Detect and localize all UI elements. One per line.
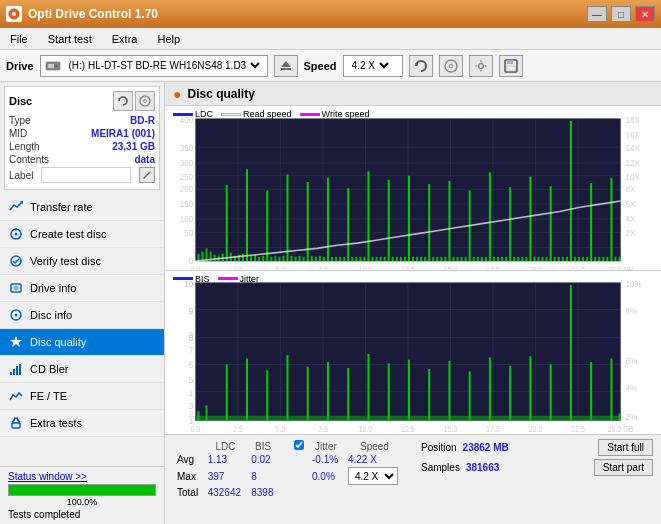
svg-rect-82 — [286, 175, 288, 261]
speed-dropdown[interactable]: 4.2 X — [348, 59, 392, 72]
svg-rect-134 — [497, 257, 499, 261]
svg-rect-124 — [457, 257, 459, 261]
svg-rect-96 — [343, 257, 345, 261]
speed-select[interactable]: 4.2 X — [348, 467, 398, 485]
stats-right: Position 23862 MB Start full Samples 381… — [413, 435, 661, 524]
right-panel: ● Disc quality LDC Read speed — [165, 82, 661, 524]
ldc-legend: LDC — [173, 109, 213, 119]
read-label: Read speed — [243, 109, 292, 119]
transfer-rate-icon — [8, 199, 24, 215]
svg-rect-83 — [291, 256, 293, 261]
progress-fill — [9, 485, 155, 495]
nav-extra-tests[interactable]: Extra tests — [0, 410, 164, 437]
drive-dropdown[interactable]: (H:) HL-DT-ST BD-RE WH16NS48 1.D3 — [65, 59, 263, 72]
svg-rect-107 — [388, 180, 390, 261]
svg-rect-229 — [550, 364, 552, 420]
svg-rect-136 — [505, 257, 507, 261]
speed-value: 4.22 X — [344, 453, 405, 466]
bis-legend: BIS — [173, 274, 210, 284]
disc-info-btn[interactable] — [135, 91, 155, 111]
jitter-checkbox[interactable] — [294, 440, 304, 450]
refresh-btn[interactable] — [409, 55, 433, 77]
speed-select-container[interactable]: 4.2 X — [343, 55, 403, 77]
titlebar: Opti Drive Control 1.70 — □ ✕ — [0, 0, 661, 28]
svg-text:18X: 18X — [626, 116, 641, 125]
svg-rect-142 — [529, 177, 531, 261]
svg-rect-129 — [477, 257, 479, 261]
close-btn[interactable]: ✕ — [635, 6, 655, 22]
svg-point-30 — [15, 314, 18, 317]
total-label: Total — [173, 486, 204, 499]
settings-btn[interactable] — [469, 55, 493, 77]
svg-rect-146 — [546, 257, 548, 261]
svg-rect-116 — [424, 257, 426, 261]
svg-rect-139 — [517, 257, 519, 261]
status-text: Tests completed — [8, 509, 156, 520]
svg-rect-90 — [319, 256, 321, 261]
nav-create-test-disc[interactable]: Create test disc — [0, 221, 164, 248]
nav-disc-quality[interactable]: Disc quality — [0, 329, 164, 356]
svg-rect-33 — [13, 369, 15, 375]
menu-file[interactable]: File — [4, 31, 34, 47]
menu-start-test[interactable]: Start test — [42, 31, 98, 47]
position-value: 23862 MB — [463, 442, 509, 453]
nav-drive-info[interactable]: Drive info — [0, 275, 164, 302]
svg-text:12X: 12X — [626, 159, 641, 168]
nav-transfer-rate[interactable]: Transfer rate — [0, 194, 164, 221]
svg-rect-224 — [448, 360, 450, 420]
save-btn[interactable] — [499, 55, 523, 77]
nav-fe-te[interactable]: FE / TE — [0, 383, 164, 410]
svg-rect-141 — [525, 257, 527, 261]
svg-rect-131 — [485, 257, 487, 261]
contents-label: Contents — [9, 154, 49, 165]
start-full-btn[interactable]: Start full — [598, 439, 653, 456]
svg-rect-121 — [444, 257, 446, 261]
avg-row: Avg 1.13 0.02 -0.1% 4.22 X — [173, 453, 405, 466]
col-jitter-check — [289, 439, 308, 453]
svg-rect-26 — [11, 284, 21, 292]
write-label: Write speed — [322, 109, 370, 119]
drive-select-container[interactable]: (H:) HL-DT-ST BD-RE WH16NS48 1.D3 — [40, 55, 268, 77]
svg-text:7.5: 7.5 — [318, 424, 328, 434]
svg-rect-95 — [339, 257, 341, 261]
eject-btn[interactable] — [274, 55, 298, 77]
minimize-btn[interactable]: — — [587, 6, 607, 22]
nav-disc-info[interactable]: Disc info — [0, 302, 164, 329]
svg-rect-110 — [400, 257, 402, 261]
svg-marker-5 — [281, 61, 291, 67]
label-label: Label — [9, 170, 33, 181]
write-color — [300, 113, 320, 116]
disc-quality-title: Disc quality — [187, 87, 254, 101]
svg-text:10.0: 10.0 — [359, 264, 373, 269]
type-label: Type — [9, 115, 31, 126]
start-part-btn[interactable]: Start part — [594, 459, 653, 476]
status-window-btn[interactable]: Status window >> — [8, 471, 156, 482]
svg-rect-213 — [226, 364, 228, 420]
maximize-btn[interactable]: □ — [611, 6, 631, 22]
svg-rect-223 — [428, 369, 430, 420]
nav-verify-test-disc[interactable]: Verify test disc — [0, 248, 164, 275]
svg-rect-3 — [48, 64, 54, 68]
svg-text:2X: 2X — [626, 229, 636, 238]
nav-cd-bler[interactable]: CD Bler — [0, 356, 164, 383]
cd-bler-icon — [8, 361, 24, 377]
disc-icon-btn[interactable] — [439, 55, 463, 77]
svg-rect-163 — [614, 257, 616, 261]
drive-info-icon — [8, 280, 24, 296]
length-value: 23,31 GB — [112, 141, 155, 152]
svg-rect-67 — [226, 185, 228, 261]
svg-text:17.5: 17.5 — [486, 424, 500, 434]
position-row: Position 23862 MB Start full — [421, 439, 653, 456]
total-ldc: 432642 — [204, 486, 248, 499]
svg-rect-153 — [574, 257, 576, 261]
svg-rect-154 — [578, 257, 580, 261]
label-input[interactable] — [41, 167, 131, 183]
label-edit-btn[interactable] — [139, 167, 155, 183]
menu-help[interactable]: Help — [151, 31, 186, 47]
disc-refresh-btn[interactable] — [113, 91, 133, 111]
svg-rect-150 — [562, 257, 564, 261]
svg-rect-122 — [448, 181, 450, 261]
read-legend: Read speed — [221, 109, 292, 119]
menu-extra[interactable]: Extra — [106, 31, 144, 47]
mid-value: MEIRA1 (001) — [91, 128, 155, 139]
